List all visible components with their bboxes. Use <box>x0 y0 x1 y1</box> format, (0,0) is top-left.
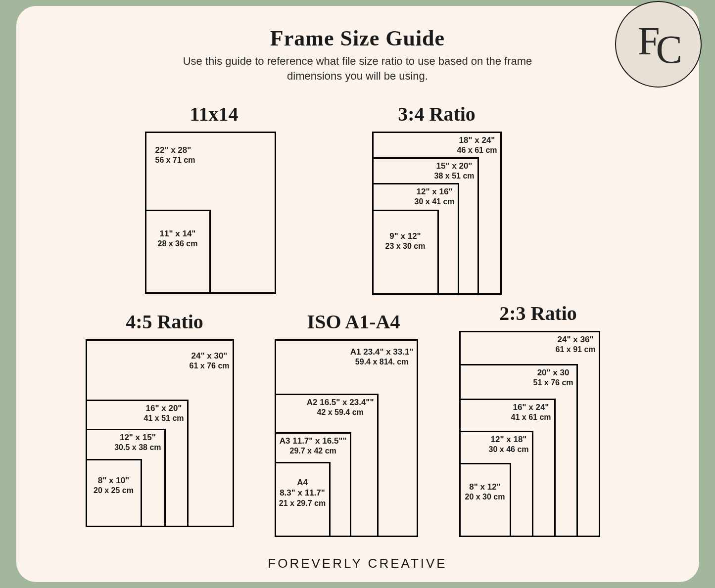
boxes-4-5: 24" x 30" 61 x 76 cm 16" x 20" 41 x 51 c… <box>86 339 234 527</box>
frame-label: 22" x 28" 56 x 71 cm <box>155 145 195 165</box>
frame-label: A4 8.3" x 11.7" 21 x 29.7 cm <box>279 477 326 508</box>
section-title-4-5: 4:5 Ratio <box>86 310 244 333</box>
frame-11x14: 11" x 14" 28 x 36 cm <box>145 210 211 294</box>
brand-logo: FC <box>615 1 702 88</box>
subtitle-line-1: Use this guide to reference what file si… <box>183 55 532 67</box>
frame-8x12: 8" x 12" 20 x 30 cm <box>459 463 511 537</box>
boxes-11x14: 22" x 28" 56 x 71 cm 11" x 14" 28 x 36 c… <box>145 132 276 294</box>
logo-letter-f: F <box>638 19 656 64</box>
frame-label: A1 23.4" x 33.1" 59.4 x 814. cm <box>350 347 414 367</box>
section-3-4: 3:4 Ratio 18" x 24" 46 x 61 cm 15" x 20"… <box>363 102 511 295</box>
section-title-2-3: 2:3 Ratio <box>459 302 618 325</box>
boxes-iso: A1 23.4" x 33.1" 59.4 x 814. cm A2 16.5"… <box>275 339 418 537</box>
frame-label: 15" x 20" 38 x 51 cm <box>434 161 475 181</box>
frame-label: 12" x 18" 30 x 46 cm <box>489 434 529 454</box>
frame-label: 8" x 10" 20 x 25 cm <box>90 475 138 496</box>
frame-label: 20" x 30 51 x 76 cm <box>533 367 573 388</box>
frame-label: 11" x 14" 28 x 36 cm <box>149 228 206 249</box>
section-4-5: 4:5 Ratio 24" x 30" 61 x 76 cm 16" x 20"… <box>86 310 244 527</box>
frame-label: 24" x 36" 61 x 91 cm <box>556 334 596 355</box>
frame-label: 8" x 12" 20 x 30 cm <box>464 482 507 502</box>
page-title: Frame Size Guide <box>16 26 699 51</box>
frame-label: A2 16.5" x 23.4"" 42 x 59.4 cm <box>307 397 374 417</box>
frame-label: 12" x 16" 30 x 41 cm <box>415 186 455 207</box>
subtitle-line-2: dimensions you will be using. <box>287 70 428 82</box>
frame-a4: A4 8.3" x 11.7" 21 x 29.7 cm <box>275 462 331 537</box>
page-subtitle: Use this guide to reference what file si… <box>16 54 699 83</box>
logo-letter-c: C <box>656 27 678 72</box>
section-11x14: 11x14 22" x 28" 56 x 71 cm 11" x 14" 28 … <box>145 102 284 294</box>
frame-label: 24" x 30" 61 x 76 cm <box>190 351 230 371</box>
frame-8x10: 8" x 10" 20 x 25 cm <box>86 459 142 527</box>
guide-card: FC Frame Size Guide Use this guide to re… <box>16 6 699 582</box>
section-title-11x14: 11x14 <box>145 102 284 126</box>
section-iso: ISO A1-A4 A1 23.4" x 33.1" 59.4 x 814. c… <box>275 310 433 537</box>
frame-label: 16" x 20" 41 x 51 cm <box>144 403 184 423</box>
frame-9x12: 9" x 12" 23 x 30 cm <box>372 210 439 295</box>
frame-label: 9" x 12" 23 x 30 cm <box>377 231 434 251</box>
section-title-3-4: 3:4 Ratio <box>363 102 511 126</box>
frame-label: 16" x 24" 41 x 61 cm <box>511 402 551 422</box>
frame-label: 18" x 24" 46 x 61 cm <box>457 135 497 155</box>
boxes-2-3: 24" x 36" 61 x 91 cm 20" x 30 51 x 76 cm… <box>459 331 600 537</box>
header: Frame Size Guide Use this guide to refer… <box>16 6 699 83</box>
boxes-3-4: 18" x 24" 46 x 61 cm 15" x 20" 38 x 51 c… <box>372 132 502 295</box>
frame-label: A3 11.7" x 16.5"" 29.7 x 42 cm <box>280 436 347 456</box>
section-2-3: 2:3 Ratio 24" x 36" 61 x 91 cm 20" x 30 … <box>459 302 618 537</box>
section-title-iso: ISO A1-A4 <box>275 310 433 333</box>
frame-label: 12" x 15" 30.5 x 38 cm <box>114 432 161 452</box>
footer-brand: FOREVERLY CREATIVE <box>16 556 699 571</box>
